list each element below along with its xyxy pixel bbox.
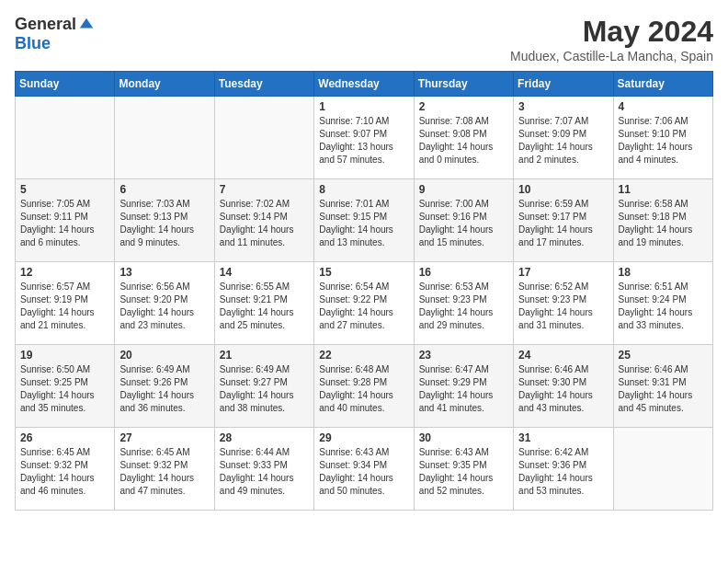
day-info: Sunrise: 7:00 AM Sunset: 9:16 PM Dayligh… bbox=[419, 198, 508, 249]
calendar-cell bbox=[613, 428, 712, 511]
day-number: 10 bbox=[518, 183, 608, 196]
day-info: Sunrise: 6:48 AM Sunset: 9:28 PM Dayligh… bbox=[319, 363, 408, 415]
calendar-cell: 13Sunrise: 6:56 AM Sunset: 9:20 PM Dayli… bbox=[115, 262, 214, 345]
calendar-cell: 7Sunrise: 7:02 AM Sunset: 9:14 PM Daylig… bbox=[214, 179, 313, 262]
day-info: Sunrise: 7:05 AM Sunset: 9:11 PM Dayligh… bbox=[20, 198, 109, 249]
calendar-cell: 30Sunrise: 6:43 AM Sunset: 9:35 PM Dayli… bbox=[414, 428, 513, 511]
calendar-cell: 2Sunrise: 7:08 AM Sunset: 9:08 PM Daylig… bbox=[414, 97, 513, 179]
calendar-cell: 15Sunrise: 6:54 AM Sunset: 9:22 PM Dayli… bbox=[314, 262, 414, 345]
calendar-cell: 3Sunrise: 7:07 AM Sunset: 9:09 PM Daylig… bbox=[514, 97, 613, 179]
month-year-title: May 2024 bbox=[510, 15, 713, 49]
column-header-friday: Friday bbox=[514, 72, 613, 97]
day-number: 15 bbox=[319, 266, 408, 279]
day-number: 1 bbox=[319, 100, 408, 113]
day-number: 9 bbox=[419, 183, 508, 196]
calendar-cell: 27Sunrise: 6:45 AM Sunset: 9:32 PM Dayli… bbox=[115, 428, 214, 511]
day-info: Sunrise: 6:46 AM Sunset: 9:31 PM Dayligh… bbox=[619, 363, 708, 415]
calendar-cell: 25Sunrise: 6:46 AM Sunset: 9:31 PM Dayli… bbox=[613, 345, 712, 428]
day-info: Sunrise: 7:10 AM Sunset: 9:07 PM Dayligh… bbox=[319, 115, 408, 167]
calendar-cell: 14Sunrise: 6:55 AM Sunset: 9:21 PM Dayli… bbox=[214, 262, 313, 345]
day-info: Sunrise: 6:53 AM Sunset: 9:23 PM Dayligh… bbox=[419, 281, 508, 332]
day-info: Sunrise: 6:43 AM Sunset: 9:35 PM Dayligh… bbox=[419, 446, 508, 498]
day-info: Sunrise: 6:49 AM Sunset: 9:27 PM Dayligh… bbox=[220, 363, 309, 415]
column-header-monday: Monday bbox=[115, 72, 214, 97]
column-header-thursday: Thursday bbox=[414, 72, 513, 97]
day-info: Sunrise: 6:52 AM Sunset: 9:23 PM Dayligh… bbox=[518, 281, 608, 332]
calendar-cell: 23Sunrise: 6:47 AM Sunset: 9:29 PM Dayli… bbox=[414, 345, 513, 428]
calendar-cell: 26Sunrise: 6:45 AM Sunset: 9:32 PM Dayli… bbox=[16, 428, 115, 511]
calendar-week-row: 12Sunrise: 6:57 AM Sunset: 9:19 PM Dayli… bbox=[16, 262, 713, 345]
day-number: 19 bbox=[20, 349, 109, 362]
calendar-cell: 12Sunrise: 6:57 AM Sunset: 9:19 PM Dayli… bbox=[16, 262, 115, 345]
calendar-cell: 31Sunrise: 6:42 AM Sunset: 9:36 PM Dayli… bbox=[514, 428, 613, 511]
day-info: Sunrise: 6:57 AM Sunset: 9:19 PM Dayligh… bbox=[20, 281, 109, 332]
calendar-header-row: SundayMondayTuesdayWednesdayThursdayFrid… bbox=[16, 72, 713, 97]
column-header-tuesday: Tuesday bbox=[214, 72, 313, 97]
logo-icon bbox=[78, 17, 95, 33]
calendar-week-row: 19Sunrise: 6:50 AM Sunset: 9:25 PM Dayli… bbox=[16, 345, 713, 428]
calendar-cell: 20Sunrise: 6:49 AM Sunset: 9:26 PM Dayli… bbox=[115, 345, 214, 428]
day-number: 27 bbox=[119, 431, 209, 444]
day-number: 28 bbox=[220, 431, 309, 444]
calendar-cell: 28Sunrise: 6:44 AM Sunset: 9:33 PM Dayli… bbox=[214, 428, 313, 511]
day-number: 30 bbox=[419, 431, 508, 444]
column-header-saturday: Saturday bbox=[613, 72, 712, 97]
day-number: 18 bbox=[619, 266, 708, 279]
calendar-cell: 1Sunrise: 7:10 AM Sunset: 9:07 PM Daylig… bbox=[314, 97, 414, 179]
day-number: 14 bbox=[220, 266, 309, 279]
day-number: 12 bbox=[20, 266, 109, 279]
logo-blue-text: Blue bbox=[15, 34, 51, 53]
calendar-week-row: 1Sunrise: 7:10 AM Sunset: 9:07 PM Daylig… bbox=[16, 97, 713, 179]
calendar-cell: 6Sunrise: 7:03 AM Sunset: 9:13 PM Daylig… bbox=[115, 179, 214, 262]
day-info: Sunrise: 6:49 AM Sunset: 9:26 PM Dayligh… bbox=[119, 363, 209, 415]
calendar-cell: 18Sunrise: 6:51 AM Sunset: 9:24 PM Dayli… bbox=[613, 262, 712, 345]
calendar-cell bbox=[214, 97, 313, 179]
day-number: 29 bbox=[319, 431, 408, 444]
day-info: Sunrise: 6:50 AM Sunset: 9:25 PM Dayligh… bbox=[20, 363, 109, 415]
calendar-cell: 21Sunrise: 6:49 AM Sunset: 9:27 PM Dayli… bbox=[214, 345, 313, 428]
day-info: Sunrise: 6:55 AM Sunset: 9:21 PM Dayligh… bbox=[220, 281, 309, 332]
day-info: Sunrise: 6:51 AM Sunset: 9:24 PM Dayligh… bbox=[619, 281, 708, 332]
calendar-cell: 8Sunrise: 7:01 AM Sunset: 9:15 PM Daylig… bbox=[314, 179, 414, 262]
calendar-cell: 11Sunrise: 6:58 AM Sunset: 9:18 PM Dayli… bbox=[613, 179, 712, 262]
day-info: Sunrise: 7:01 AM Sunset: 9:15 PM Dayligh… bbox=[319, 198, 408, 249]
day-number: 31 bbox=[518, 431, 608, 444]
day-info: Sunrise: 6:54 AM Sunset: 9:22 PM Dayligh… bbox=[319, 281, 408, 332]
page-header: General Blue May 2024 Muduex, Castille-L… bbox=[15, 15, 713, 63]
logo-general-text: General bbox=[15, 15, 76, 34]
svg-marker-0 bbox=[80, 17, 93, 28]
day-number: 20 bbox=[119, 349, 209, 362]
day-number: 4 bbox=[619, 100, 708, 113]
day-number: 17 bbox=[518, 266, 608, 279]
day-number: 6 bbox=[119, 183, 209, 196]
day-info: Sunrise: 6:45 AM Sunset: 9:32 PM Dayligh… bbox=[119, 446, 209, 498]
calendar-table: SundayMondayTuesdayWednesdayThursdayFrid… bbox=[15, 71, 713, 511]
day-number: 24 bbox=[518, 349, 608, 362]
day-number: 5 bbox=[20, 183, 109, 196]
calendar-cell: 10Sunrise: 6:59 AM Sunset: 9:17 PM Dayli… bbox=[514, 179, 613, 262]
day-info: Sunrise: 6:45 AM Sunset: 9:32 PM Dayligh… bbox=[20, 446, 109, 498]
calendar-cell: 22Sunrise: 6:48 AM Sunset: 9:28 PM Dayli… bbox=[314, 345, 414, 428]
calendar-cell bbox=[16, 97, 115, 179]
day-info: Sunrise: 6:56 AM Sunset: 9:20 PM Dayligh… bbox=[119, 281, 209, 332]
calendar-cell: 9Sunrise: 7:00 AM Sunset: 9:16 PM Daylig… bbox=[414, 179, 513, 262]
calendar-week-row: 26Sunrise: 6:45 AM Sunset: 9:32 PM Dayli… bbox=[16, 428, 713, 511]
day-info: Sunrise: 7:07 AM Sunset: 9:09 PM Dayligh… bbox=[518, 115, 608, 167]
day-info: Sunrise: 6:59 AM Sunset: 9:17 PM Dayligh… bbox=[518, 198, 608, 249]
title-block: May 2024 Muduex, Castille-La Mancha, Spa… bbox=[510, 15, 713, 63]
location-subtitle: Muduex, Castille-La Mancha, Spain bbox=[510, 49, 713, 63]
day-number: 23 bbox=[419, 349, 508, 362]
column-header-sunday: Sunday bbox=[16, 72, 115, 97]
day-info: Sunrise: 7:02 AM Sunset: 9:14 PM Dayligh… bbox=[220, 198, 309, 249]
calendar-cell: 5Sunrise: 7:05 AM Sunset: 9:11 PM Daylig… bbox=[16, 179, 115, 262]
day-number: 26 bbox=[20, 431, 109, 444]
calendar-cell bbox=[115, 97, 214, 179]
calendar-cell: 17Sunrise: 6:52 AM Sunset: 9:23 PM Dayli… bbox=[514, 262, 613, 345]
day-number: 2 bbox=[419, 100, 508, 113]
day-number: 11 bbox=[619, 183, 708, 196]
logo: General Blue bbox=[15, 15, 95, 53]
day-info: Sunrise: 6:42 AM Sunset: 9:36 PM Dayligh… bbox=[518, 446, 608, 498]
day-number: 7 bbox=[220, 183, 309, 196]
day-number: 13 bbox=[119, 266, 209, 279]
day-number: 21 bbox=[220, 349, 309, 362]
